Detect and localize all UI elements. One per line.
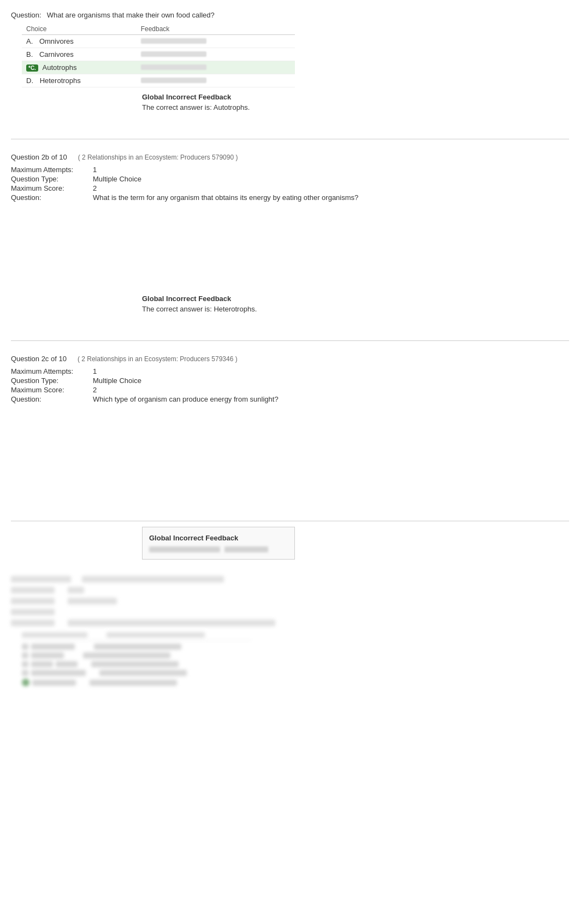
q2c-feedback-blurred bbox=[149, 546, 288, 552]
feedback-b bbox=[137, 48, 295, 61]
question-2b-block: Question 2b of 10 ( 2 Relationships in a… bbox=[11, 148, 569, 324]
q2c-header-row: Question 2c of 10 ( 2 Relationships in a… bbox=[11, 355, 569, 363]
q2b-table-area bbox=[22, 207, 569, 289]
q2c-global-feedback-title: Global Incorrect Feedback bbox=[149, 534, 288, 542]
question-2c-block: Question 2c of 10 ( 2 Relationships in a… bbox=[11, 349, 569, 695]
q2b-max-score-value: 2 bbox=[93, 184, 569, 192]
table-row: A. Omnivores bbox=[22, 35, 295, 48]
choice-c-text: Autotrophs bbox=[43, 63, 77, 72]
q1-global-feedback-text: The correct answer is: Autotrophs. bbox=[142, 103, 569, 111]
q2c-global-feedback-box: Global Incorrect Feedback bbox=[142, 527, 569, 560]
q2b-max-attempts-value: 1 bbox=[93, 166, 569, 174]
q2b-question-type-value: Multiple Choice bbox=[93, 175, 569, 183]
q2c-feedback-container: Global Incorrect Feedback bbox=[142, 527, 295, 560]
q2c-question-label: Question: bbox=[11, 395, 87, 403]
q2b-meta: Maximum Attempts: 1 Question Type: Multi… bbox=[11, 166, 569, 202]
choice-d-text: Heterotrophs bbox=[40, 76, 81, 85]
table-row: D. Heterotrophs bbox=[22, 74, 295, 87]
feedback-column-header: Feedback bbox=[137, 23, 295, 35]
choice-a: A. Omnivores bbox=[22, 35, 137, 48]
choice-b-text: Carnivores bbox=[39, 50, 74, 58]
choice-b-letter: B. bbox=[26, 50, 33, 58]
choice-d-letter: D. bbox=[26, 76, 33, 85]
divider-1 bbox=[11, 139, 569, 139]
q2c-table-area bbox=[22, 409, 569, 518]
table-row: *C. Autotrophs bbox=[22, 61, 295, 74]
q2c-title: Question 2c of 10 bbox=[11, 355, 67, 363]
q2b-global-feedback-title: Global Incorrect Feedback bbox=[142, 295, 569, 303]
q2c-max-score-label: Maximum Score: bbox=[11, 386, 87, 394]
choice-a-text: Omnivores bbox=[39, 37, 74, 45]
q1-answer-table: Choice Feedback A. Omnivores B. Carnivor… bbox=[22, 23, 295, 87]
q2c-question-type-label: Question Type: bbox=[11, 376, 87, 385]
choice-d: D. Heterotrophs bbox=[22, 74, 137, 87]
q2b-max-attempts-label: Maximum Attempts: bbox=[11, 166, 87, 174]
q2c-subtitle: ( 2 Relationships in an Ecosystem: Produ… bbox=[78, 355, 238, 363]
divider-3 bbox=[11, 521, 569, 521]
q2b-question-type-label: Question Type: bbox=[11, 175, 87, 183]
q2b-max-score-label: Maximum Score: bbox=[11, 184, 87, 192]
q2c-max-attempts-label: Maximum Attempts: bbox=[11, 367, 87, 375]
feedback-a bbox=[137, 35, 295, 48]
q2c-meta: Maximum Attempts: 1 Question Type: Multi… bbox=[11, 367, 569, 403]
choice-a-letter: A. bbox=[26, 37, 33, 45]
table-row: B. Carnivores bbox=[22, 48, 295, 61]
correct-badge: *C. bbox=[26, 64, 38, 72]
q1-text: What are organisms that make their own f… bbox=[47, 11, 215, 19]
q2b-subtitle: ( 2 Relationships in an Ecosystem: Produ… bbox=[78, 154, 238, 161]
choice-b: B. Carnivores bbox=[22, 48, 137, 61]
choice-column-header: Choice bbox=[22, 23, 137, 35]
q2b-global-feedback-text: The correct answer is: Heterotrophs. bbox=[142, 305, 569, 313]
choice-c: *C. Autotrophs bbox=[22, 61, 137, 74]
question-1-block: Question: What are organisms that make t… bbox=[11, 5, 569, 122]
q2c-max-attempts-value: 1 bbox=[93, 367, 569, 375]
feedback-c bbox=[137, 61, 295, 74]
q2c-question-text: Which type of organism can produce energ… bbox=[93, 395, 569, 403]
q2b-question-label: Question: bbox=[11, 193, 87, 202]
q2b-header-row: Question 2b of 10 ( 2 Relationships in a… bbox=[11, 153, 569, 161]
q2c-blurred-section bbox=[11, 576, 569, 686]
q2c-question-type-value: Multiple Choice bbox=[93, 376, 569, 385]
q2c-max-score-value: 2 bbox=[93, 386, 569, 394]
q2b-global-feedback: Global Incorrect Feedback The correct an… bbox=[142, 295, 569, 313]
divider-2 bbox=[11, 340, 569, 341]
q2b-title: Question 2b of 10 bbox=[11, 153, 67, 161]
q2b-question-text: What is the term for any organism that o… bbox=[93, 193, 569, 202]
q1-label: Question: bbox=[11, 11, 42, 19]
q1-global-feedback-title: Global Incorrect Feedback bbox=[142, 93, 569, 101]
q1-global-feedback: Global Incorrect Feedback The correct an… bbox=[142, 93, 569, 111]
feedback-d bbox=[137, 74, 295, 87]
